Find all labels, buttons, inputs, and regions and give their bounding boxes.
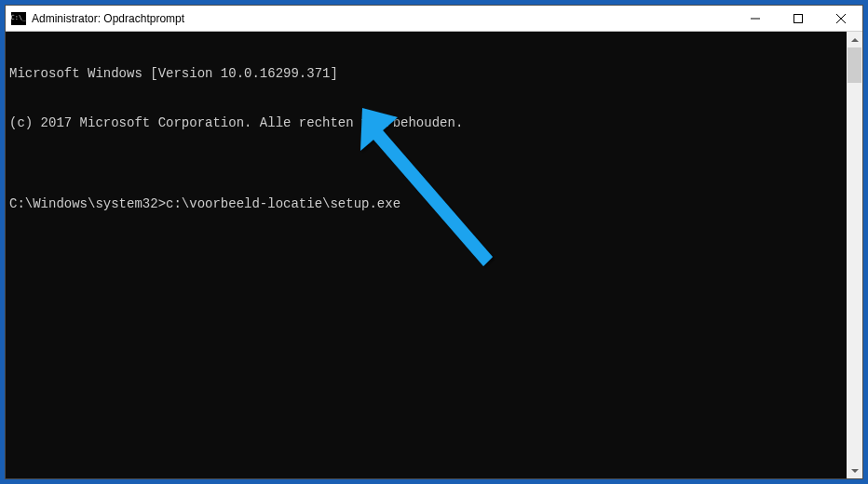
command-prompt-window: Administrator: Opdrachtprompt Microsoft … <box>5 5 863 479</box>
svg-marker-5 <box>851 38 859 42</box>
prompt-path: C:\Windows\system32> <box>9 196 166 211</box>
window-title: Administrator: Opdrachtprompt <box>32 12 734 25</box>
vertical-scrollbar[interactable] <box>847 32 862 478</box>
svg-marker-6 <box>851 469 859 473</box>
svg-rect-1 <box>794 14 803 22</box>
terminal-output[interactable]: Microsoft Windows [Version 10.0.16299.37… <box>6 32 847 478</box>
scroll-up-button[interactable] <box>847 32 862 47</box>
maximize-button[interactable] <box>777 6 820 31</box>
cmd-icon <box>11 12 26 25</box>
titlebar[interactable]: Administrator: Opdrachtprompt <box>6 6 862 32</box>
copyright-line: (c) 2017 Microsoft Corporation. Alle rec… <box>9 115 847 132</box>
content-area: Microsoft Windows [Version 10.0.16299.37… <box>6 32 862 478</box>
close-button[interactable] <box>820 6 862 31</box>
typed-command: c:\voorbeeld-locatie\setup.exe <box>166 196 400 211</box>
minimize-button[interactable] <box>734 6 777 31</box>
window-controls <box>734 6 862 31</box>
scroll-down-button[interactable] <box>847 463 862 478</box>
scroll-track[interactable] <box>847 47 862 463</box>
scroll-thumb[interactable] <box>848 47 861 83</box>
version-line: Microsoft Windows [Version 10.0.16299.37… <box>9 66 847 83</box>
svg-marker-4 <box>360 108 493 266</box>
prompt-line: C:\Windows\system32>c:\voorbeeld-locatie… <box>9 196 847 213</box>
